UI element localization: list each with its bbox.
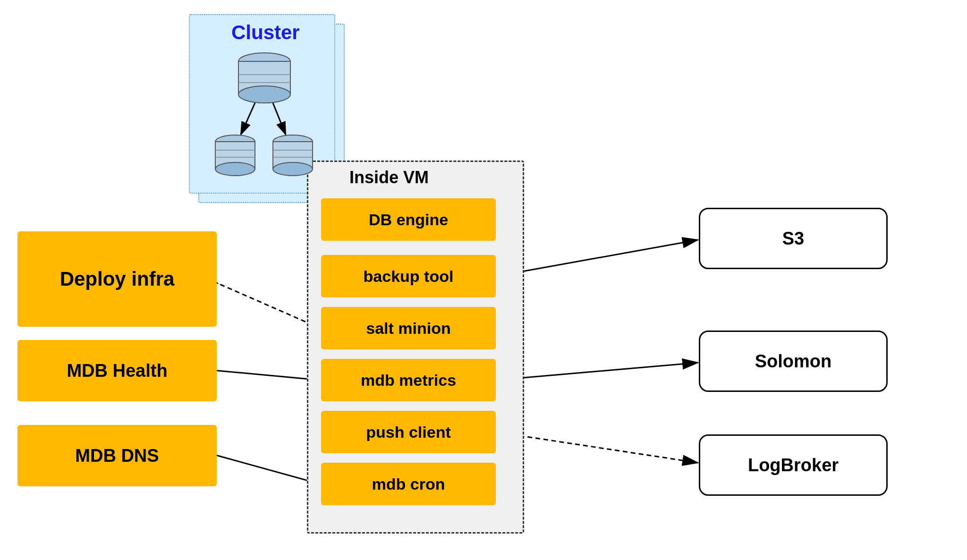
arrow-backup-s3 (496, 240, 698, 276)
cluster-title: Cluster (231, 21, 300, 44)
svg-point-14 (273, 162, 313, 176)
deploy-infra-box: Deploy infra (17, 231, 217, 327)
vm-title: Inside VM (349, 168, 429, 187)
vm-component-push-client: push client (321, 411, 496, 453)
vm-component-mdb-cron: mdb cron (321, 463, 496, 505)
arrow-metrics-solomon (496, 363, 698, 380)
logbroker-box: LogBroker (699, 434, 888, 496)
svg-line-6 (273, 103, 286, 135)
svg-point-9 (215, 162, 255, 176)
mdb-dns-box: MDB DNS (17, 425, 217, 486)
vm-component-mdb-metrics: mdb metrics (321, 359, 496, 401)
svg-line-5 (241, 103, 255, 135)
arrow-pushclient-logbroker (496, 432, 698, 463)
vm-component-salt-minion: salt minion (321, 307, 496, 349)
svg-point-2 (238, 86, 290, 103)
mdb-health-box: MDB Health (17, 340, 217, 401)
cluster-diagram (203, 42, 326, 189)
vm-component-backup-tool: backup tool (321, 255, 496, 297)
vm-component-db-engine: DB engine (321, 198, 496, 241)
arrow-salt-deploy (218, 283, 320, 328)
solomon-box: Solomon (699, 331, 888, 392)
s3-box: S3 (699, 208, 888, 269)
arrow-metrics-mdbhealth (218, 371, 320, 380)
arrow-cron-mdbdns (218, 456, 320, 484)
